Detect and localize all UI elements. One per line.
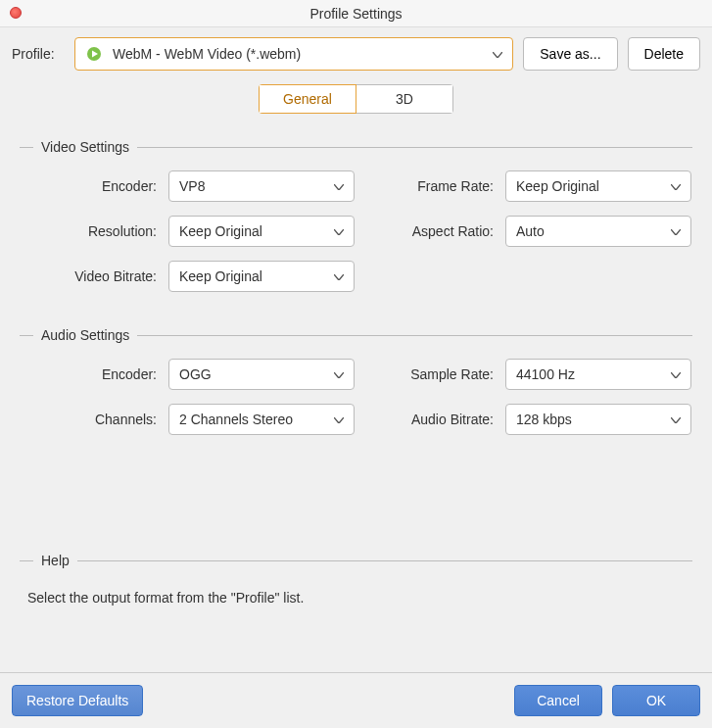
chevron-down-icon xyxy=(671,180,681,192)
profile-value: WebM - WebM Video (*.webm) xyxy=(113,46,301,62)
resolution-select[interactable]: Keep Original xyxy=(168,216,355,247)
footer: Restore Defaults Cancel OK xyxy=(0,672,712,728)
video-encoder-value: VP8 xyxy=(179,178,205,194)
chevron-down-icon xyxy=(334,413,344,425)
chevron-down-icon xyxy=(334,368,344,380)
audio-encoder-label: Encoder: xyxy=(20,366,157,382)
content: Video Settings Encoder: VP8 Frame Rate: … xyxy=(0,123,712,672)
channels-select[interactable]: 2 Channels Stereo xyxy=(168,404,355,435)
audio-bitrate-value: 128 kbps xyxy=(516,412,572,427)
ok-button[interactable]: OK xyxy=(612,685,700,716)
frame-rate-label: Frame Rate: xyxy=(366,178,494,194)
window-title: Profile Settings xyxy=(309,6,402,22)
save-as-button[interactable]: Save as... xyxy=(523,37,617,71)
help-text: Select the output format from the "Profi… xyxy=(20,584,692,611)
audio-encoder-select[interactable]: OGG xyxy=(168,359,355,390)
close-icon[interactable] xyxy=(10,7,22,19)
tab-general[interactable]: General xyxy=(259,84,356,114)
channels-value: 2 Channels Stereo xyxy=(179,412,293,427)
video-bitrate-value: Keep Original xyxy=(179,268,262,284)
delete-button[interactable]: Delete xyxy=(628,37,700,71)
audio-settings-title: Audio Settings xyxy=(41,327,129,343)
resolution-label: Resolution: xyxy=(20,223,157,239)
channels-label: Channels: xyxy=(20,412,157,427)
chevron-down-icon xyxy=(493,47,502,61)
chevron-down-icon xyxy=(671,225,681,237)
audio-settings-section: Audio Settings Encoder: OGG Sample Rate:… xyxy=(20,327,692,435)
frame-rate-select[interactable]: Keep Original xyxy=(505,170,691,202)
sample-rate-select[interactable]: 44100 Hz xyxy=(505,359,691,390)
video-encoder-label: Encoder: xyxy=(20,178,157,194)
profile-row: Profile: WebM - WebM Video (*.webm) Save… xyxy=(0,27,712,80)
video-settings-title: Video Settings xyxy=(41,139,129,155)
profile-select[interactable]: WebM - WebM Video (*.webm) xyxy=(74,37,513,71)
help-section: Help Select the output format from the "… xyxy=(20,553,692,611)
tabs: General 3D xyxy=(0,80,712,123)
titlebar: Profile Settings xyxy=(0,0,712,27)
audio-bitrate-select[interactable]: 128 kbps xyxy=(505,404,691,435)
restore-defaults-button[interactable]: Restore Defaults xyxy=(12,685,143,716)
chevron-down-icon xyxy=(334,270,344,282)
tab-3d[interactable]: 3D xyxy=(356,84,453,114)
profile-label: Profile: xyxy=(12,46,65,62)
resolution-value: Keep Original xyxy=(179,223,262,239)
sample-rate-label: Sample Rate: xyxy=(366,366,494,382)
chevron-down-icon xyxy=(671,368,681,380)
play-icon xyxy=(85,45,103,63)
aspect-ratio-value: Auto xyxy=(516,223,545,239)
video-bitrate-label: Video Bitrate: xyxy=(20,268,157,284)
aspect-ratio-label: Aspect Ratio: xyxy=(366,223,494,239)
frame-rate-value: Keep Original xyxy=(516,178,599,194)
video-settings-section: Video Settings Encoder: VP8 Frame Rate: … xyxy=(20,139,692,292)
cancel-button[interactable]: Cancel xyxy=(514,685,602,716)
aspect-ratio-select[interactable]: Auto xyxy=(505,216,691,247)
audio-encoder-value: OGG xyxy=(179,366,212,382)
help-title: Help xyxy=(41,553,70,568)
chevron-down-icon xyxy=(334,180,344,192)
video-encoder-select[interactable]: VP8 xyxy=(168,170,355,202)
sample-rate-value: 44100 Hz xyxy=(516,366,575,382)
audio-bitrate-label: Audio Bitrate: xyxy=(366,412,494,427)
profile-settings-window: Profile Settings Profile: WebM - WebM Vi… xyxy=(0,0,712,728)
video-bitrate-select[interactable]: Keep Original xyxy=(168,261,355,292)
chevron-down-icon xyxy=(671,413,681,425)
chevron-down-icon xyxy=(334,225,344,237)
